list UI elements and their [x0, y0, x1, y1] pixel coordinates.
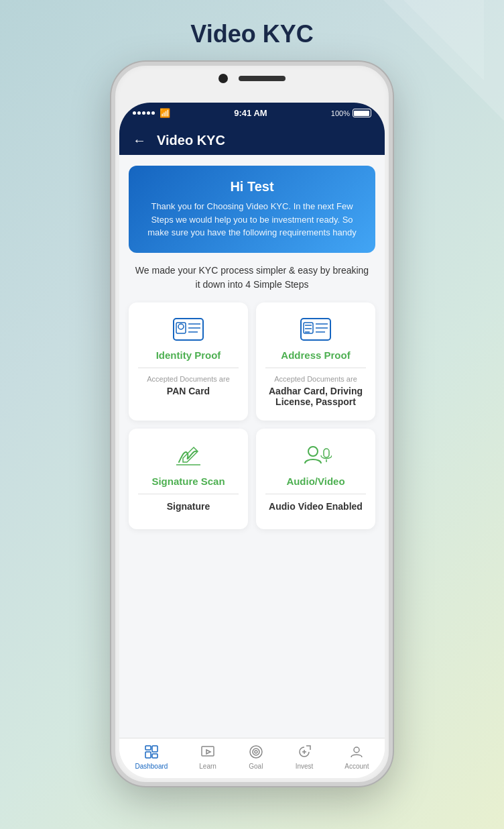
svg-rect-20	[152, 746, 158, 752]
address-doc-value: Aadhar Card, Driving License, Passport	[265, 386, 366, 407]
svg-point-29	[354, 747, 359, 753]
divider	[138, 494, 239, 494]
battery-icon	[353, 109, 371, 117]
identity-doc-value: PAN Card	[167, 386, 210, 396]
kyc-cards-grid: Identity Proof Accepted Documents are PA…	[129, 302, 375, 529]
address-icon	[298, 316, 333, 343]
side-button-volume-down	[111, 197, 114, 223]
speaker-grille	[239, 76, 286, 81]
signature-scan-title: Signature Scan	[151, 476, 225, 487]
phone-frame: 📶 9:41 AM 100% ← Video KYC Hi Test Thank…	[111, 62, 393, 786]
tab-learn[interactable]: Learn	[199, 744, 216, 770]
phone-top-bar	[218, 74, 286, 83]
identity-proof-title: Identity Proof	[156, 349, 221, 361]
signature-doc-value: Signature	[167, 501, 210, 512]
audio-video-icon	[298, 442, 333, 469]
battery-percent: 100%	[331, 109, 350, 117]
tab-invest[interactable]: Invest	[296, 744, 314, 770]
svg-point-26	[255, 751, 257, 753]
svg-rect-16	[324, 449, 329, 457]
front-camera	[218, 74, 228, 83]
banner-greeting: Hi Test	[139, 179, 365, 195]
svg-point-24	[250, 746, 262, 758]
back-button[interactable]: ←	[133, 133, 146, 148]
tab-goal[interactable]: Goal	[248, 744, 264, 770]
divider	[265, 494, 366, 494]
side-button-power	[390, 180, 393, 227]
audio-video-card[interactable]: Audio/Video Audio Video Enabled	[256, 429, 375, 529]
signature-icon	[171, 442, 206, 469]
goal-label: Goal	[249, 763, 263, 770]
tab-account[interactable]: Account	[344, 744, 369, 770]
page-title: Video KYC	[190, 20, 313, 48]
signature-scan-card[interactable]: Signature Scan Signature	[129, 429, 248, 529]
status-right: 100%	[331, 109, 371, 117]
nav-bar: ← Video KYC	[119, 123, 385, 155]
screen-content[interactable]: Hi Test Thank you for Choosing Video KYC…	[119, 155, 385, 738]
identity-icon	[171, 316, 206, 343]
svg-point-25	[253, 749, 259, 755]
svg-rect-6	[301, 319, 330, 340]
svg-rect-22	[202, 747, 214, 756]
svg-rect-18	[145, 746, 151, 750]
account-icon	[349, 744, 365, 760]
dashboard-label: Dashboard	[135, 763, 168, 770]
svg-point-2	[178, 324, 184, 329]
dashboard-icon	[143, 744, 160, 760]
welcome-banner: Hi Test Thank you for Choosing Video KYC…	[129, 166, 375, 253]
address-doc-label: Accepted Documents are	[274, 375, 357, 383]
identity-proof-card[interactable]: Identity Proof Accepted Documents are PA…	[129, 302, 248, 421]
svg-rect-19	[145, 752, 151, 758]
tab-dashboard[interactable]: Dashboard	[135, 744, 168, 770]
nav-title: Video KYC	[157, 133, 225, 148]
audio-video-title: Audio/Video	[286, 476, 344, 487]
status-bar: 📶 9:41 AM 100%	[119, 103, 385, 123]
phone-screen: 📶 9:41 AM 100% ← Video KYC Hi Test Thank…	[119, 103, 385, 778]
learn-icon	[200, 744, 216, 760]
steps-description: We made your KYC process simpler & easy …	[133, 264, 371, 292]
address-proof-title: Address Proof	[281, 349, 350, 361]
invest-label: Invest	[296, 763, 314, 770]
goal-icon	[248, 744, 264, 760]
side-button-volume-up	[111, 160, 114, 186]
svg-point-15	[308, 447, 318, 456]
wifi-icon: 📶	[160, 108, 170, 118]
account-label: Account	[344, 763, 369, 770]
banner-description: Thank you for Choosing Video KYC. In the…	[139, 200, 365, 239]
invest-icon	[296, 744, 312, 760]
divider	[138, 368, 239, 368]
svg-marker-23	[206, 750, 210, 754]
status-time: 9:41 AM	[234, 108, 267, 118]
audio-video-doc-value: Audio Video Enabled	[269, 501, 363, 512]
status-left: 📶	[133, 108, 170, 118]
svg-rect-21	[152, 754, 158, 758]
address-proof-card[interactable]: Address Proof Accepted Documents are Aad…	[256, 302, 375, 421]
tab-bar: Dashboard Learn	[119, 738, 385, 778]
identity-doc-label: Accepted Documents are	[147, 375, 230, 383]
divider	[265, 368, 366, 368]
signal-indicator	[133, 111, 155, 115]
svg-rect-0	[174, 319, 203, 340]
learn-label: Learn	[199, 763, 216, 770]
